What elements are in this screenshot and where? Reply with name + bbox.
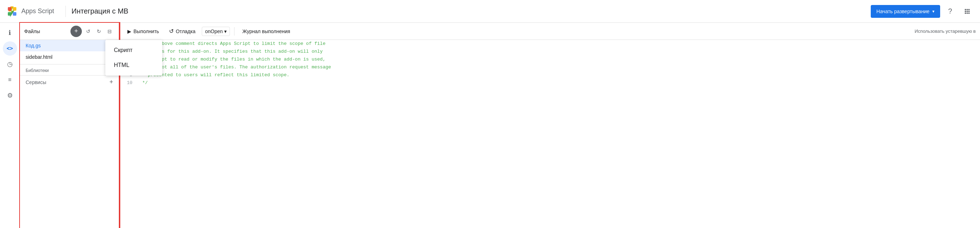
svg-point-6	[965, 9, 966, 10]
line-content-9: * presented to users will reflect this l…	[137, 71, 980, 79]
redo-icon: ↻	[97, 29, 101, 34]
icon-sidebar: ℹ <> ◷ ≡ ⚙	[0, 23, 20, 228]
sidebar-code-button[interactable]: <>	[3, 41, 17, 56]
file-list: Код.gs sidebar.html	[20, 40, 119, 63]
code-line-10: 10 */	[119, 79, 980, 87]
services-add-icon: +	[109, 78, 113, 86]
line-number-10: 10	[119, 79, 137, 87]
main-layout: ℹ <> ◷ ≡ ⚙ Файлы + ↺ ↻	[0, 23, 980, 228]
header: Apps Script Интеграция с МВ Начать разве…	[0, 0, 980, 23]
save-button[interactable]: ⊟	[105, 26, 115, 36]
debug-icon: ↺	[169, 28, 173, 35]
code-icon: <>	[6, 45, 13, 52]
code-line-7: 7 * attempt to read or modify the files …	[119, 56, 980, 64]
line-content-10: */	[137, 79, 980, 87]
redo-button[interactable]: ↻	[94, 26, 104, 36]
svg-point-14	[968, 13, 970, 14]
libraries-section: Библиотеки	[20, 64, 119, 75]
sidebar-gear-button[interactable]: ⚙	[3, 88, 17, 103]
save-icon: ⊟	[107, 29, 112, 34]
legacy-text: Использовать устаревшую в	[915, 29, 976, 34]
line-content-8: * and not all of the user's files. The a…	[137, 64, 980, 71]
svg-point-10	[966, 11, 968, 12]
debug-button[interactable]: ↺ Отладка	[165, 26, 199, 37]
code-editor[interactable]: 5 * The above comment directs Apps Scrip…	[119, 40, 980, 228]
code-line-5: 5 * The above comment directs Apps Scrip…	[119, 40, 980, 48]
code-line-6: 6 * access for this add-on. It specifies…	[119, 48, 980, 56]
line-content-5: * The above comment directs Apps Script …	[137, 40, 980, 48]
app-name-label: Apps Script	[21, 8, 54, 15]
header-separator	[65, 6, 66, 17]
run-icon: ▶	[127, 29, 131, 34]
line-content-6: * access for this add-on. It specifies t…	[137, 48, 980, 56]
new-file-dropdown: Скрипт HTML	[105, 40, 162, 75]
help-button[interactable]: ?	[943, 4, 957, 19]
function-selector[interactable]: onOpen ▾	[202, 27, 230, 36]
undo-button[interactable]: ↺	[83, 26, 93, 36]
gear-icon: ⚙	[7, 92, 13, 99]
sidebar-clock-button[interactable]: ◷	[3, 57, 17, 71]
info-icon: ℹ	[8, 29, 11, 37]
file-panel: Файлы + ↺ ↻ ⊟ Скрипт HTML	[20, 23, 119, 228]
toolbar-divider	[234, 27, 234, 36]
sidebar-info-button[interactable]: ℹ	[3, 26, 17, 40]
html-option-label: HTML	[114, 62, 129, 69]
svg-point-7	[966, 9, 968, 10]
file-name-sidebar: sidebar.html	[25, 54, 52, 60]
deploy-button[interactable]: Начать развертывание ▾	[871, 5, 940, 18]
deploy-btn-label: Начать развертывание	[877, 8, 929, 14]
svg-rect-3	[13, 7, 16, 11]
debug-label: Отладка	[176, 29, 196, 34]
grid-icon	[964, 8, 971, 15]
file-panel-header: Файлы + ↺ ↻ ⊟	[20, 23, 119, 40]
svg-point-11	[968, 11, 970, 12]
editor-toolbar: ▶ Выполнить ↺ Отладка onOpen ▾ Журнал вы…	[119, 23, 980, 40]
project-name: Интеграция с МВ	[72, 7, 129, 15]
libraries-label: Библиотеки	[25, 68, 49, 73]
line-content-7: * attempt to read or modify the files in…	[137, 56, 980, 64]
add-service-button[interactable]: +	[109, 78, 113, 86]
svg-point-12	[965, 13, 966, 14]
function-chevron-icon: ▾	[224, 29, 227, 34]
svg-point-8	[968, 9, 970, 10]
apps-grid-button[interactable]	[960, 4, 974, 19]
svg-rect-4	[8, 12, 11, 16]
services-label: Сервисы	[25, 80, 109, 85]
editor-toolbar-icons: ↺ ↻ ⊟	[83, 26, 115, 36]
undo-icon: ↺	[86, 29, 91, 34]
logo-area: Apps Script	[6, 5, 54, 18]
file-name-kod: Код.gs	[25, 43, 41, 48]
apps-script-logo	[6, 5, 19, 18]
run-label: Выполнить	[134, 29, 159, 34]
editor-area: ▶ Выполнить ↺ Отладка onOpen ▾ Журнал вы…	[119, 23, 980, 228]
svg-point-9	[965, 11, 966, 12]
code-line-9: 9 * presented to users will reflect this…	[119, 71, 980, 79]
run-button[interactable]: ▶ Выполнить	[124, 26, 162, 36]
svg-rect-2	[8, 7, 11, 11]
execution-log-button[interactable]: Журнал выполнения	[239, 26, 294, 36]
script-option-label: Скрипт	[114, 47, 132, 53]
svg-point-13	[966, 13, 968, 14]
list-icon: ≡	[8, 77, 11, 83]
dropdown-item-html[interactable]: HTML	[105, 58, 162, 73]
svg-rect-5	[13, 12, 16, 16]
clock-icon: ◷	[7, 60, 13, 68]
sidebar-list-button[interactable]: ≡	[3, 73, 17, 87]
add-icon: +	[74, 27, 78, 35]
services-section: Сервисы +	[20, 75, 119, 89]
add-file-button[interactable]: +	[70, 26, 82, 37]
files-title: Файлы	[24, 29, 70, 34]
code-line-8: 8 * and not all of the user's files. The…	[119, 64, 980, 71]
file-item-sidebar[interactable]: sidebar.html	[20, 51, 119, 63]
file-item-kod[interactable]: Код.gs	[20, 40, 119, 51]
deploy-chevron-icon: ▾	[932, 9, 934, 14]
function-name: onOpen	[205, 29, 223, 34]
log-label: Журнал выполнения	[242, 29, 290, 34]
help-icon: ?	[948, 7, 952, 15]
dropdown-item-script[interactable]: Скрипт	[105, 43, 162, 58]
